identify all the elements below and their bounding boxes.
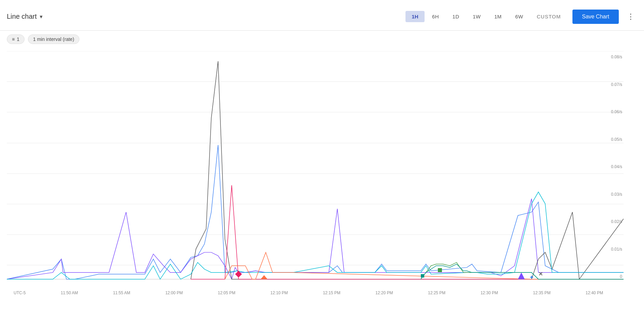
- sub-bar: ≡ 1 1 min interval (rate): [0, 31, 644, 48]
- x-label-1205: 12:05 PM: [218, 290, 235, 295]
- time-btn-1w[interactable]: 1W: [467, 11, 487, 22]
- filter-count: 1: [17, 36, 19, 42]
- teal-square-marker: [421, 274, 424, 278]
- x-label-1235: 12:35 PM: [533, 290, 550, 295]
- more-menu-button[interactable]: ⋮: [624, 11, 637, 23]
- x-label-1215: 12:15 PM: [323, 290, 340, 295]
- filter-icon: ≡: [12, 36, 15, 42]
- y-label-6: 0.02/s: [605, 219, 622, 224]
- time-btn-1m[interactable]: 1M: [488, 11, 508, 22]
- x-label-1150: 11:50 AM: [61, 290, 78, 295]
- y-axis-labels: 0.08/s 0.07/s 0.06/s 0.05/s 0.04/s 0.03/…: [605, 55, 624, 279]
- chart-container: + ✕ 0.08/s 0.07/s 0.06/s 0.05/s 0.04/s 0…: [7, 51, 624, 296]
- x-label-utc: UTC-5: [14, 290, 26, 295]
- chart-type-label: Line chart: [7, 13, 37, 20]
- time-btn-6h[interactable]: 6H: [426, 11, 445, 22]
- time-range-group: 1H 6H 1D 1W 1M 6W CUSTOM: [405, 11, 567, 22]
- line-chart-svg[interactable]: + ✕: [7, 51, 624, 296]
- dropdown-arrow-icon[interactable]: ▼: [39, 14, 44, 19]
- x-label-1220: 12:20 PM: [375, 290, 393, 295]
- x-marker: ✕: [538, 271, 543, 277]
- y-label-5: 0.03/s: [605, 192, 622, 197]
- chart-area: + ✕ 0.08/s 0.07/s 0.06/s 0.05/s 0.04/s 0…: [0, 48, 644, 313]
- purple-triangle-marker: [518, 272, 525, 279]
- interval-badge[interactable]: 1 min interval (rate): [28, 34, 79, 44]
- x-label-1210: 12:10 PM: [270, 290, 288, 295]
- x-label-1230: 12:30 PM: [480, 290, 498, 295]
- triangle-down-marker: [261, 275, 267, 279]
- x-label-1155: 11:55 AM: [113, 290, 131, 295]
- time-btn-1h[interactable]: 1H: [405, 11, 425, 22]
- y-label-0: 0.08/s: [605, 55, 622, 59]
- x-label-1225: 12:25 PM: [428, 290, 445, 295]
- x-label-1240: 12:40 PM: [586, 290, 603, 295]
- y-label-1: 0.07/s: [605, 82, 622, 87]
- y-label-2: 0.06/s: [605, 109, 622, 114]
- x-axis-labels: UTC-5 11:50 AM 11:55 AM 12:00 PM 12:05 P…: [14, 290, 603, 295]
- top-bar: Line chart ▼ 1H 6H 1D 1W 1M 6W CUSTOM Sa…: [0, 0, 644, 31]
- y-label-4: 0.04/s: [605, 164, 622, 169]
- chart-title-area: Line chart ▼: [7, 13, 405, 20]
- y-label-8: 0: [605, 274, 622, 279]
- time-btn-1d[interactable]: 1D: [446, 11, 465, 22]
- y-label-7: 0.01/s: [605, 247, 622, 252]
- y-label-3: 0.05/s: [605, 137, 622, 142]
- interval-label: 1 min interval (rate): [33, 36, 74, 42]
- square-marker: [438, 268, 442, 272]
- x-label-1200: 12:00 PM: [165, 290, 183, 295]
- plus-marker: +: [530, 274, 534, 281]
- save-chart-button[interactable]: Save Chart: [572, 10, 619, 24]
- filter-badge[interactable]: ≡ 1: [7, 34, 25, 44]
- time-btn-custom[interactable]: CUSTOM: [531, 11, 567, 22]
- time-btn-6w[interactable]: 6W: [509, 11, 529, 22]
